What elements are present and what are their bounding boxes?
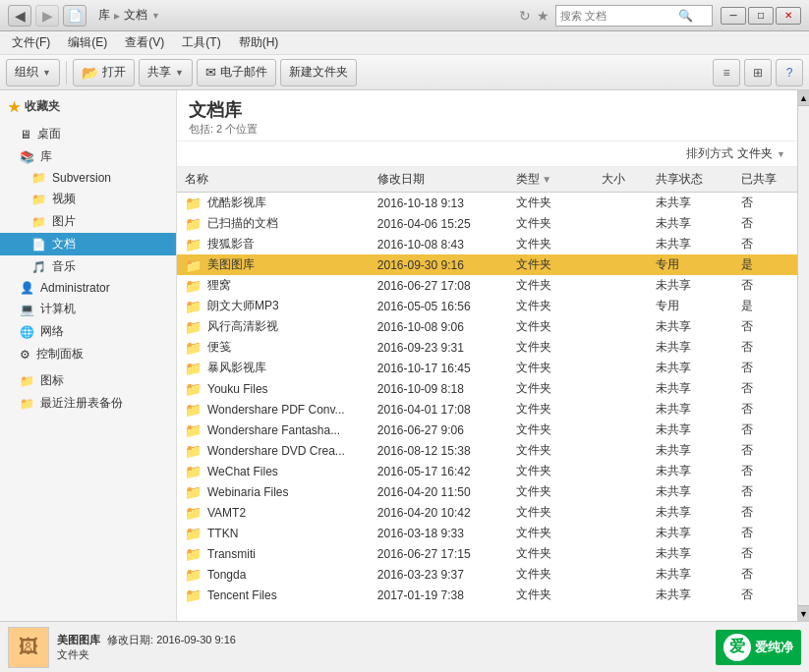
sidebar-item-desktop[interactable]: 🖥 桌面 [0, 123, 176, 145]
sidebar-item-control[interactable]: ⚙ 控制面板 [0, 343, 176, 365]
breadcrumb-dropdown[interactable]: ▼ [151, 11, 160, 21]
cell-shared: 否 [733, 481, 797, 502]
file-name: 便笺 [207, 339, 231, 356]
table-row[interactable]: 📁 VAMT2 2016-04-20 10:42 文件夹 未共享 否 [177, 502, 797, 523]
sidebar-item-admin[interactable]: 👤 Administrator [0, 278, 176, 298]
sidebar-item-network[interactable]: 🌐 网络 [0, 320, 176, 343]
picture-folder-icon: 📁 [31, 215, 46, 229]
table-row[interactable]: 📁 狸窝 2016-06-27 17:08 文件夹 未共享 否 [177, 275, 797, 296]
col-header-share-status[interactable]: 共享状态 [648, 167, 733, 193]
table-row[interactable]: 📁 TTKN 2016-03-18 9:33 文件夹 未共享 否 [177, 523, 797, 543]
table-row[interactable]: 📁 朗文大师MP3 2016-05-05 16:56 文件夹 专用 是 [177, 296, 797, 316]
col-header-shared[interactable]: 已共享 [733, 167, 797, 193]
file-name: 暴风影视库 [207, 360, 266, 376]
table-row[interactable]: 📁 Tencent Files 2017-01-19 7:38 文件夹 未共享 … [177, 585, 797, 605]
file-name: 狸窝 [207, 277, 231, 294]
folder-icon: 📁 [185, 464, 202, 479]
menu-help[interactable]: 帮助(H) [231, 32, 287, 53]
menu-tools[interactable]: 工具(T) [174, 32, 228, 53]
table-row[interactable]: 📁 Wondershare DVD Crea... 2016-08-12 15:… [177, 440, 797, 461]
email-button[interactable]: ✉ 电子邮件 [197, 59, 276, 86]
open-button[interactable]: 📂 打开 [73, 59, 135, 86]
cell-shared: 否 [733, 399, 797, 420]
search-input[interactable] [560, 10, 678, 22]
status-thumbnail: 🖼 [8, 627, 49, 668]
table-row[interactable]: 📁 Wondershare Fantasha... 2016-06-27 9:0… [177, 420, 797, 440]
cell-share: 未共享 [648, 193, 733, 214]
menu-file[interactable]: 文件(F) [4, 32, 58, 53]
cell-size [594, 461, 647, 481]
organize-button[interactable]: 组织 ▼ [6, 59, 60, 86]
table-row[interactable]: 📁 已扫描的文档 2016-04-06 15:25 文件夹 未共享 否 [177, 213, 797, 234]
col-header-type[interactable]: 类型▼ [508, 167, 594, 193]
cell-shared: 否 [733, 275, 797, 296]
scrollbar[interactable]: ▲ ▼ [797, 90, 809, 621]
back-button[interactable]: ◀ [8, 5, 31, 27]
share-button[interactable]: 共享 ▼ [139, 59, 193, 86]
table-row[interactable]: 📁 Wondershare PDF Conv... 2016-04-01 17:… [177, 399, 797, 420]
view-toggle-list[interactable]: ≡ [713, 59, 740, 86]
menu-edit[interactable]: 编辑(E) [60, 32, 115, 53]
sidebar-item-document[interactable]: 📄 文档 [0, 233, 176, 255]
table-row[interactable]: 📁 搜狐影音 2016-10-08 8:43 文件夹 未共享 否 [177, 234, 797, 254]
organize-label: 组织 [15, 64, 38, 81]
view-toggle-grid[interactable]: ⊞ [744, 59, 772, 86]
new-folder-button[interactable]: 新建文件夹 [280, 59, 357, 86]
file-name: 搜狐影音 [207, 236, 255, 252]
sidebar-item-recent[interactable]: 📁 最近注册表备份 [0, 392, 176, 415]
sidebar-item-recycle[interactable]: 📁 图标 [0, 369, 176, 392]
content-title: 文档库 [189, 98, 785, 122]
sidebar-item-library[interactable]: 📚 库 [0, 145, 176, 168]
table-row[interactable]: 📁 风行高清影视 2016-10-08 9:06 文件夹 未共享 否 [177, 316, 797, 337]
col-header-size[interactable]: 大小 [594, 167, 647, 193]
col-header-date[interactable]: 修改日期 [370, 167, 508, 193]
forward-button[interactable]: ▶ [35, 5, 59, 27]
table-row[interactable]: 📁 Webinaria Files 2016-04-20 11:50 文件夹 未… [177, 481, 797, 502]
toolbar: 组织 ▼ 📂 打开 共享 ▼ ✉ 电子邮件 新建文件夹 ≡ ⊞ ? [0, 55, 809, 90]
admin-label: Administrator [40, 281, 110, 295]
table-row[interactable]: 📁 优酷影视库 2016-10-18 9:13 文件夹 未共享 否 [177, 193, 797, 214]
document-label: 文档 [52, 236, 76, 252]
table-row[interactable]: 📁 Youku Files 2016-10-09 8:18 文件夹 未共享 否 [177, 378, 797, 399]
favorites-icon[interactable]: ★ [537, 8, 549, 24]
sidebar-item-subversion[interactable]: 📁 Subversion [0, 168, 176, 188]
table-row[interactable]: 📁 美图图库 2016-09-30 9:16 文件夹 专用 是 [177, 254, 797, 275]
logo-text: 爱纯净 [755, 639, 793, 656]
folder-icon: 📁 [185, 546, 202, 562]
folder-icon: 📁 [185, 196, 202, 211]
table-row[interactable]: 📁 Transmiti 2016-06-27 17:15 文件夹 未共享 否 [177, 543, 797, 564]
sidebar-item-music[interactable]: 🎵 音乐 [0, 255, 176, 278]
sort-dropdown-icon[interactable]: ▼ [777, 149, 785, 159]
cell-share: 未共享 [648, 440, 733, 461]
cell-date: 2016-09-30 9:16 [370, 254, 508, 275]
help-button[interactable]: ? [776, 59, 803, 86]
cell-shared: 否 [733, 461, 797, 481]
favorites-label: 收藏夹 [25, 98, 60, 115]
menu-view[interactable]: 查看(V) [117, 32, 172, 53]
search-box[interactable]: 🔍 [555, 5, 713, 27]
table-row[interactable]: 📁 便笺 2016-09-23 9:31 文件夹 未共享 否 [177, 337, 797, 358]
file-icon-btn[interactable]: 📄 [63, 5, 87, 27]
maximize-button[interactable]: □ [748, 7, 774, 25]
refresh-icon[interactable]: ↻ [519, 8, 531, 24]
sort-value[interactable]: 文件夹 [737, 145, 773, 162]
cell-date: 2016-10-09 8:18 [370, 378, 508, 399]
minimize-button[interactable]: ─ [721, 7, 746, 25]
file-name: VAMT2 [207, 506, 246, 520]
breadcrumb-library[interactable]: 库 [98, 7, 110, 24]
close-button[interactable]: ✕ [776, 7, 801, 25]
status-logo: 爱 爱纯净 [716, 630, 801, 665]
table-row[interactable]: 📁 WeChat Files 2016-05-17 16:42 文件夹 未共享 … [177, 461, 797, 481]
table-row[interactable]: 📁 暴风影视库 2016-10-17 16:45 文件夹 未共享 否 [177, 358, 797, 378]
folder-icon: 📁 [185, 299, 202, 314]
sidebar-item-video[interactable]: 📁 视频 [0, 188, 176, 210]
col-header-name[interactable]: 名称 [177, 167, 370, 193]
sidebar-item-picture[interactable]: 📁 图片 [0, 210, 176, 233]
search-icon[interactable]: 🔍 [678, 9, 693, 23]
table-row[interactable]: 📁 Tongda 2016-03-23 9:37 文件夹 未共享 否 [177, 564, 797, 585]
network-icon: 🌐 [20, 325, 34, 339]
sidebar-item-computer[interactable]: 💻 计算机 [0, 298, 176, 320]
content-header: 文档库 包括: 2 个位置 [177, 90, 797, 141]
breadcrumb-documents[interactable]: 文档 [124, 7, 147, 24]
cell-share: 未共享 [648, 316, 733, 337]
